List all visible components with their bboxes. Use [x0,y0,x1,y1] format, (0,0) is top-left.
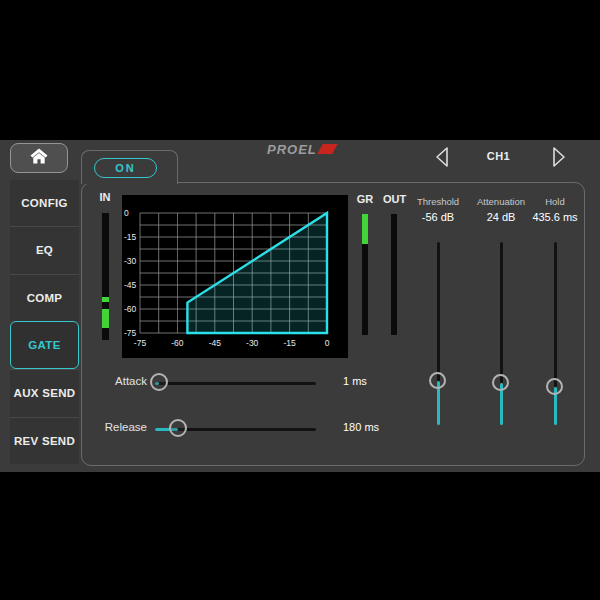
svg-text:-15: -15 [124,232,137,242]
hold-track[interactable] [554,242,557,387]
threshold-track[interactable] [437,242,440,381]
hold-label: Hold [520,196,590,207]
attack-slider: Attack 1 ms [100,371,390,395]
gate-curve-chart: 0-15-30-45-60-75-75-60-45-30-150 [122,195,348,358]
home-icon [27,146,51,170]
out-meter [391,214,397,335]
svg-text:0: 0 [124,208,129,218]
channel-next-icon[interactable] [550,145,568,169]
release-value: 180 ms [343,421,379,433]
screen: PROEL CH1 CONFIG EQ COMP GATE AUX SEND R… [0,0,600,600]
svg-text:-60: -60 [124,304,137,314]
svg-text:-30: -30 [124,256,137,266]
sidebar: CONFIG EQ COMP GATE AUX SEND REV SEND [10,180,79,464]
attack-label: Attack [100,375,147,387]
proel-logo-swash-icon [317,144,337,154]
sidebar-item-config[interactable]: CONFIG [10,180,79,226]
proel-logo: PROEL [267,141,335,157]
svg-text:-30: -30 [246,338,259,348]
gate-transfer-graph: 0-15-30-45-60-75-75-60-45-30-150 [122,195,348,358]
hold-value: 435.6 ms [520,211,590,223]
threshold-value: -56 dB [403,211,473,223]
attenuation-knob[interactable] [492,374,509,391]
sidebar-item-eq[interactable]: EQ [10,226,79,273]
in-meter-label: IN [95,191,115,203]
channel-prev-icon[interactable] [433,145,451,169]
svg-text:-45: -45 [209,338,222,348]
svg-text:-60: -60 [171,338,184,348]
in-meter [102,213,109,340]
svg-text:-75: -75 [124,328,137,338]
threshold-knob[interactable] [429,372,446,389]
gate-on-toggle[interactable]: ON [94,158,157,178]
gr-meter [362,214,368,335]
release-knob[interactable] [169,419,187,437]
hold-knob[interactable] [546,378,563,395]
sidebar-item-aux-send[interactable]: AUX SEND [10,369,79,416]
proel-logo-text: PROEL [267,142,317,157]
sidebar-item-gate[interactable]: GATE [10,321,79,369]
attack-value: 1 ms [343,375,367,387]
sidebar-item-rev-send[interactable]: REV SEND [10,417,79,464]
svg-text:-15: -15 [283,338,296,348]
threshold-label: Threshold [403,196,473,207]
svg-text:0: 0 [325,338,330,348]
release-label: Release [100,421,147,433]
svg-text:-75: -75 [134,338,147,348]
home-button[interactable] [10,143,68,173]
threshold-fader: Threshold -56 dB [403,196,473,428]
gr-meter-label: GR [355,193,375,205]
svg-text:-45: -45 [124,280,137,290]
channel-name: CH1 [470,150,527,162]
hold-fader: Hold 435.6 ms [520,196,590,428]
attack-track[interactable] [155,382,316,385]
attack-knob[interactable] [150,373,168,391]
attenuation-track[interactable] [500,242,503,383]
release-slider: Release 180 ms [100,417,390,441]
sidebar-item-comp[interactable]: COMP [10,274,79,321]
